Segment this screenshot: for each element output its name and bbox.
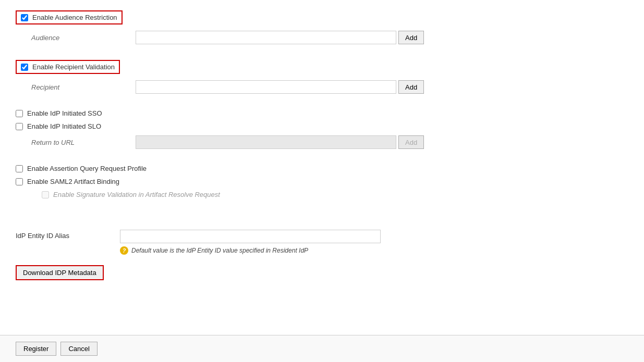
enable-audience-restriction-checkbox[interactable] <box>21 14 28 21</box>
enable-signature-validation-label: Enable Signature Validation in Artifact … <box>53 191 220 198</box>
idp-sso-row: Enable IdP Initiated SSO <box>16 109 628 117</box>
enable-recipient-validation-label: Enable Recipient Validation <box>32 63 115 71</box>
cancel-button[interactable]: Cancel <box>60 342 97 356</box>
bottom-bar: Register Cancel <box>0 335 644 362</box>
assertion-query-row: Enable Assertion Query Request Profile <box>16 165 628 172</box>
recipient-add-button[interactable]: Add <box>398 80 424 94</box>
saml2-artifact-row: Enable SAML2 Artifact Binding <box>16 178 628 185</box>
idp-hint: ? Default value is the IdP Entity ID val… <box>120 246 628 255</box>
return-url-add-button[interactable]: Add <box>398 135 424 149</box>
enable-idp-sso-checkbox[interactable] <box>16 110 23 117</box>
recipient-validation-section: Enable Recipient Validation <box>16 60 120 74</box>
signature-validation-row: Enable Signature Validation in Artifact … <box>42 191 628 198</box>
enable-signature-validation-checkbox[interactable] <box>42 191 49 198</box>
enable-recipient-validation-checkbox[interactable] <box>21 64 28 71</box>
info-icon: ? <box>120 246 128 255</box>
recipient-input[interactable] <box>136 80 396 94</box>
return-url-input[interactable] <box>136 135 396 149</box>
register-button[interactable]: Register <box>16 342 56 356</box>
enable-assertion-query-label: Enable Assertion Query Request Profile <box>27 165 147 172</box>
audience-add-button[interactable]: Add <box>398 31 424 44</box>
idp-entity-input[interactable] <box>120 230 381 243</box>
idp-entity-section: IdP Entity ID Alias ? Default value is t… <box>16 230 628 255</box>
recipient-label: Recipient <box>31 83 136 91</box>
return-url-field-row: Return to URL Add <box>31 135 628 149</box>
enable-assertion-query-checkbox[interactable] <box>16 165 23 172</box>
audience-input[interactable] <box>136 31 396 44</box>
enable-saml2-artifact-label: Enable SAML2 Artifact Binding <box>27 178 119 185</box>
enable-idp-sso-label: Enable IdP Initiated SSO <box>27 109 102 117</box>
return-url-label: Return to URL <box>31 139 136 146</box>
recipient-field-row: Recipient Add <box>31 80 628 94</box>
enable-idp-slo-label: Enable IdP Initiated SLO <box>27 122 101 130</box>
audience-label: Audience <box>31 34 136 42</box>
idp-entity-label: IdP Entity ID Alias <box>16 230 120 240</box>
audience-field-row: Audience Add <box>31 31 628 44</box>
idp-hint-text: Default value is the IdP Entity ID value… <box>131 247 308 254</box>
download-idp-metadata-button[interactable]: Download IDP Metadata <box>16 265 104 280</box>
enable-audience-restriction-label: Enable Audience Restriction <box>32 14 117 21</box>
enable-saml2-artifact-checkbox[interactable] <box>16 178 23 185</box>
enable-idp-slo-checkbox[interactable] <box>16 123 23 130</box>
idp-entity-right: ? Default value is the IdP Entity ID val… <box>120 230 628 255</box>
audience-restriction-section: Enable Audience Restriction <box>16 10 123 24</box>
idp-slo-row: Enable IdP Initiated SLO <box>16 122 628 130</box>
